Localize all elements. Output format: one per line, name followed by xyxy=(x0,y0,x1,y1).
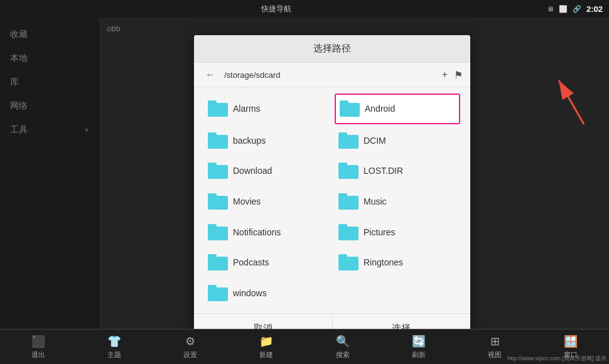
folder-grid: Alarms Android backups DCIM Download xyxy=(194,87,470,313)
folder-icon-backups xyxy=(208,132,228,149)
folder-name-notifications: Notifications xyxy=(233,227,281,237)
bottom-theme[interactable]: 👕 主题 xyxy=(76,332,152,362)
folder-name-lostdir: LOST.DIR xyxy=(364,166,403,176)
folder-notifications[interactable]: Notifications xyxy=(204,218,330,246)
folder-windows[interactable]: windows xyxy=(204,279,330,307)
dialog-nav: ← /storage/sdcard + ⚑ xyxy=(194,63,470,87)
folder-name-windows: windows xyxy=(233,288,267,298)
theme-label: 主题 xyxy=(107,350,121,360)
folder-icon-music xyxy=(338,193,358,210)
folder-icon-windows xyxy=(208,285,228,301)
folder-podcasts[interactable]: Podcasts xyxy=(204,249,330,277)
folder-name-music: Music xyxy=(364,196,387,206)
path-select-dialog: 选择路径 ← /storage/sdcard + ⚑ Alarms Androi… xyxy=(194,35,470,329)
top-bar-title: 快捷导航 xyxy=(6,4,547,14)
link-icon: 🔗 xyxy=(573,5,581,13)
folder-music[interactable]: Music xyxy=(335,188,460,216)
folder-icon-notifications xyxy=(208,224,228,240)
folder-icon-android xyxy=(340,100,360,117)
view-label: 视图 xyxy=(488,350,502,360)
bottom-exit[interactable]: ⬛ 退出 xyxy=(0,332,76,362)
folder-icon-pictures xyxy=(338,224,358,240)
folder-alarms[interactable]: Alarms xyxy=(204,94,330,124)
folder-name-alarms: Alarms xyxy=(233,104,261,114)
folder-icon-lostdir xyxy=(338,163,358,179)
window-icon: 🪟 xyxy=(564,335,578,348)
top-bar: 快捷导航 🖥 ⬜ 🔗 2:02 xyxy=(0,0,609,18)
exit-label: 退出 xyxy=(31,350,45,360)
folder-name-download: Download xyxy=(233,166,272,176)
new-icon: 📁 xyxy=(259,335,273,348)
theme-icon: 👕 xyxy=(107,335,121,348)
main-area: 收藏 本地 库 网络 工具 ▼ obb 选择路径 xyxy=(0,18,609,329)
settings-icon: ⚙ xyxy=(185,335,195,348)
folder-name-movies: Movies xyxy=(233,196,261,206)
refresh-icon: 🔄 xyxy=(412,335,426,348)
folder-pictures[interactable]: Pictures xyxy=(335,218,460,246)
folder-icon-podcasts xyxy=(208,254,228,270)
window-icon: ⬜ xyxy=(559,5,568,13)
folder-download[interactable]: Download xyxy=(204,157,330,185)
nav-add-button[interactable]: + xyxy=(442,69,448,81)
local-icon: 🖥 xyxy=(547,5,554,13)
folder-name-pictures: Pictures xyxy=(364,227,396,237)
folder-icon-dcim xyxy=(338,132,358,149)
refresh-label: 刷新 xyxy=(412,350,426,360)
dialog-footer: 取消 选择 xyxy=(194,313,470,329)
folder-icon-download xyxy=(208,163,228,179)
select-button[interactable]: 选择 xyxy=(333,314,471,329)
folder-ringtones[interactable]: Ringtones xyxy=(335,249,460,277)
view-icon: ⊞ xyxy=(490,335,500,348)
folder-name-android: Android xyxy=(365,104,395,114)
nav-path: /storage/sdcard xyxy=(224,70,437,80)
watermark: http://www.vipcn.com [清风手游网] 提供 xyxy=(507,355,606,363)
new-label: 新建 xyxy=(259,350,273,360)
folder-name-dcim: DCIM xyxy=(364,136,386,146)
bottom-search[interactable]: 🔍 搜索 xyxy=(304,332,380,362)
folder-name-backups: backups xyxy=(233,136,266,146)
folder-icon-movies xyxy=(208,193,228,210)
nav-actions: + ⚑ xyxy=(442,69,463,81)
bottom-settings[interactable]: ⚙ 设置 xyxy=(153,332,229,362)
folder-dcim[interactable]: DCIM xyxy=(335,127,460,155)
settings-label: 设置 xyxy=(183,350,197,360)
nav-back-button[interactable]: ← xyxy=(202,68,219,82)
app-background: 快捷导航 🖥 ⬜ 🔗 2:02 收藏 本地 库 网络 工具 ▼ xyxy=(0,0,609,364)
bottom-refresh[interactable]: 🔄 刷新 xyxy=(380,332,456,362)
folder-movies[interactable]: Movies xyxy=(204,188,330,216)
top-bar-right: 🖥 ⬜ 🔗 2:02 xyxy=(547,4,603,14)
search-icon: 🔍 xyxy=(336,335,350,348)
nav-sort-button[interactable]: ⚑ xyxy=(454,69,463,81)
time-display: 2:02 xyxy=(586,4,603,14)
bottom-new[interactable]: 📁 新建 xyxy=(229,332,304,362)
folder-icon-alarms xyxy=(208,100,228,117)
folder-name-ringtones: Ringtones xyxy=(364,257,403,267)
folder-backups[interactable]: backups xyxy=(204,127,330,155)
folder-lostdir[interactable]: LOST.DIR xyxy=(335,157,460,185)
exit-icon: ⬛ xyxy=(31,335,45,348)
folder-icon-ringtones xyxy=(338,254,358,270)
search-label: 搜索 xyxy=(336,350,350,360)
dialog-title: 选择路径 xyxy=(194,35,470,63)
folder-android[interactable]: Android xyxy=(335,94,460,124)
folder-name-podcasts: Podcasts xyxy=(233,257,269,267)
cancel-button[interactable]: 取消 xyxy=(194,314,333,329)
